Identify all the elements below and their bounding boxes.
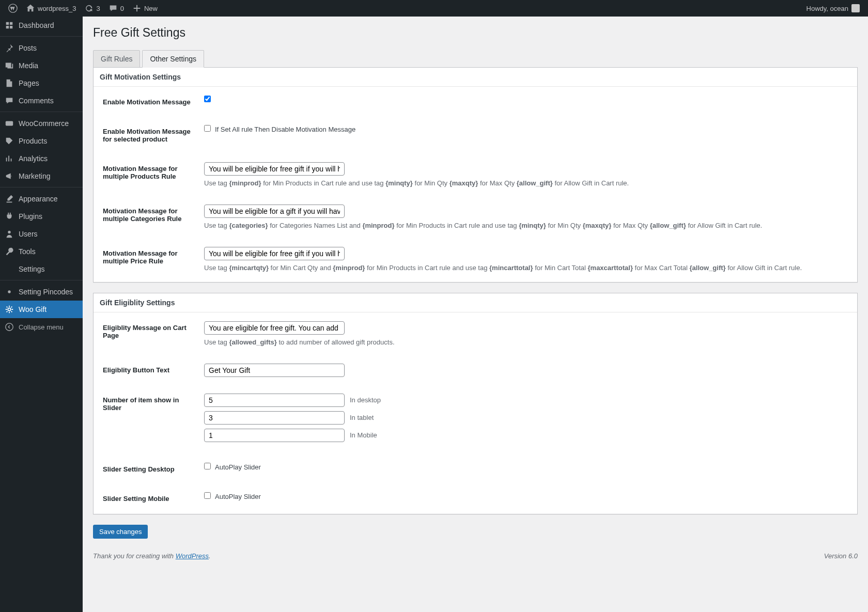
slider-mobile-input[interactable] — [204, 429, 345, 442]
eligibility-button-input[interactable] — [204, 364, 345, 377]
analytics-icon — [5, 154, 14, 163]
comment-icon — [5, 96, 14, 105]
howdy-link[interactable]: Howdy, ocean — [802, 0, 864, 17]
slider-mobile-suffix: In Mobile — [350, 431, 377, 439]
gear-icon — [5, 287, 14, 296]
tab-gift-rules[interactable]: Gift Rules — [93, 50, 140, 68]
sidebar-item-dashboard[interactable]: Dashboard — [0, 17, 83, 34]
sidebar-item-users[interactable]: Users — [0, 225, 83, 243]
motivation-price-label: Motivation Message for multiple Price Ru… — [95, 239, 198, 280]
tab-other-settings[interactable]: Other Settings — [142, 50, 204, 68]
sidebar-item-settings[interactable]: Settings — [0, 260, 83, 278]
wrench-icon — [5, 247, 14, 256]
motivation-price-desc: Use tag {mincartqty} for Min Cart Qty an… — [204, 263, 851, 273]
sidebar-item-woocommerce[interactable]: WooCommerce — [0, 115, 83, 132]
wordpress-link[interactable]: WordPress — [176, 552, 209, 560]
enable-motivation-label: Enable Motivation Message — [95, 88, 198, 116]
slider-tablet-input[interactable] — [204, 411, 345, 425]
svg-point-5 — [6, 323, 13, 331]
home-icon — [26, 4, 35, 13]
updates-link[interactable]: 3 — [80, 0, 104, 17]
enable-motivation-checkbox[interactable] — [204, 96, 211, 102]
sidebar-item-appearance[interactable]: Appearance — [0, 190, 83, 208]
collapse-menu[interactable]: Collapse menu — [0, 318, 83, 336]
motivation-categories-label: Motivation Message for multiple Categori… — [95, 197, 198, 238]
user-icon — [5, 229, 14, 239]
sidebar-item-products[interactable]: Products — [0, 132, 83, 150]
sidebar-item-analytics[interactable]: Analytics — [0, 150, 83, 167]
brush-icon — [5, 194, 14, 203]
slider-count-label: Number of item show in Slider — [95, 386, 198, 454]
eligibility-msg-desc: Use tag {allowed_gifts} to add number of… — [204, 338, 851, 347]
sliders-icon — [5, 264, 14, 274]
plus-icon — [132, 4, 142, 13]
svg-rect-1 — [6, 121, 13, 126]
admin-sidebar: Dashboard Posts Media Pages Comments Woo… — [0, 17, 83, 586]
section-header: Gift Eligiblity Settings — [94, 293, 857, 312]
sidebar-item-tools[interactable]: Tools — [0, 243, 83, 260]
plug-icon — [5, 212, 14, 221]
motivation-products-label: Motivation Message for multiple Products… — [95, 154, 198, 196]
slider-desktop-autoplay-checkbox[interactable] — [204, 463, 211, 469]
sidebar-item-plugins[interactable]: Plugins — [0, 208, 83, 225]
svg-point-3 — [8, 290, 10, 293]
dashboard-icon — [5, 21, 14, 30]
footer: Thank you for creating with WordPress. V… — [93, 547, 858, 565]
motivation-products-desc: Use tag {minprod} for Min Products in Ca… — [204, 179, 851, 188]
eligibility-msg-input[interactable] — [204, 321, 345, 335]
site-link[interactable]: wordpress_3 — [22, 0, 80, 17]
slider-desktop-suffix: In desktop — [350, 396, 381, 404]
product-icon — [5, 136, 14, 146]
comments-link[interactable]: 0 — [104, 0, 128, 17]
media-icon — [5, 61, 14, 70]
enable-motivation-selected-checkbox[interactable] — [204, 125, 211, 132]
slider-desktop-setting-label: Slider Setting Desktop — [95, 455, 198, 483]
new-link[interactable]: New — [128, 0, 162, 17]
megaphone-icon — [5, 171, 14, 181]
sidebar-item-marketing[interactable]: Marketing — [0, 167, 83, 185]
svg-point-4 — [8, 308, 10, 310]
settings-tabs: Gift Rules Other Settings — [93, 50, 858, 68]
slider-tablet-suffix: In tablet — [350, 414, 374, 421]
sidebar-item-pages[interactable]: Pages — [0, 74, 83, 92]
admin-bar: wordpress_3 3 0 New Howdy, ocean — [0, 0, 868, 17]
enable-motivation-selected-desc: If Set All rule Then Disable Motivation … — [215, 125, 355, 133]
eligibility-section: Gift Eligiblity Settings Eligiblity Mess… — [93, 293, 858, 514]
update-icon — [84, 4, 94, 13]
slider-mobile-autoplay-text: AutoPlay Slider — [215, 493, 261, 500]
motivation-products-input[interactable] — [204, 162, 345, 176]
eligibility-button-label: Eligiblity Button Text — [95, 356, 198, 385]
avatar — [851, 4, 860, 12]
motivation-price-input[interactable] — [204, 247, 345, 260]
sidebar-item-woo-gift[interactable]: Woo Gift — [0, 301, 83, 318]
slider-mobile-autoplay-checkbox[interactable] — [204, 492, 211, 499]
page-icon — [5, 79, 14, 88]
section-header: Gift Motivation Settings — [94, 68, 857, 87]
motivation-categories-desc: Use tag {categories} for Categories Name… — [204, 221, 851, 230]
gear-icon — [5, 305, 14, 314]
sidebar-item-pincodes[interactable]: Setting Pincodes — [0, 283, 83, 301]
wp-logo[interactable] — [4, 0, 22, 17]
collapse-icon — [5, 322, 14, 332]
sidebar-item-posts[interactable]: Posts — [0, 39, 83, 57]
enable-motivation-selected-label: Enable Motivation Message for selected p… — [95, 117, 198, 153]
sidebar-item-media[interactable]: Media — [0, 57, 83, 74]
pin-icon — [5, 43, 14, 53]
slider-mobile-setting-label: Slider Setting Mobile — [95, 484, 198, 513]
wordpress-icon — [8, 4, 18, 13]
eligibility-msg-label: Eligiblity Message on Cart Page — [95, 313, 198, 355]
motivation-section: Gift Motivation Settings Enable Motivati… — [93, 68, 858, 283]
comment-icon — [109, 4, 118, 13]
motivation-categories-input[interactable] — [204, 205, 345, 218]
page-title: Free Gift Settings — [93, 26, 858, 40]
slider-desktop-input[interactable] — [204, 394, 345, 407]
version-text: Version 6.0 — [824, 552, 858, 560]
sidebar-item-comments[interactable]: Comments — [0, 92, 83, 109]
woo-icon — [5, 119, 14, 128]
save-button[interactable]: Save changes — [93, 525, 148, 539]
svg-point-2 — [8, 231, 10, 233]
slider-desktop-autoplay-text: AutoPlay Slider — [215, 463, 261, 471]
